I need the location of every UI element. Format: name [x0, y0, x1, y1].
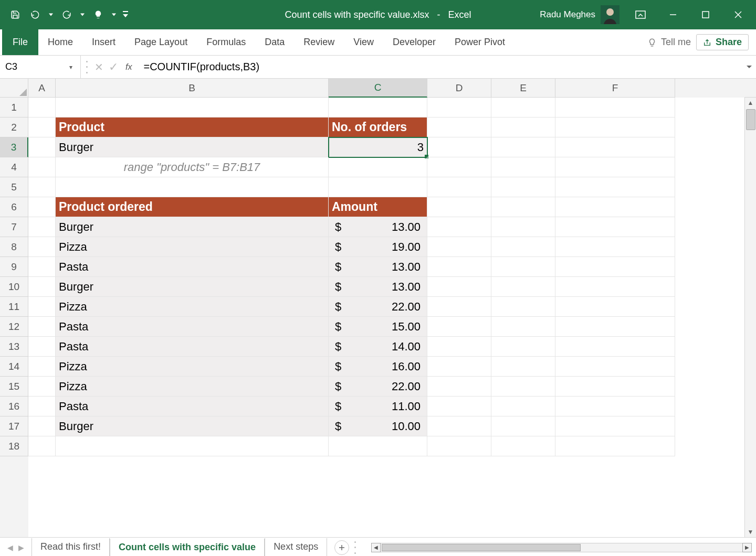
cell[interactable] [555, 177, 675, 197]
hscroll-track[interactable] [381, 543, 742, 552]
cell[interactable] [28, 157, 56, 177]
cell[interactable] [555, 257, 675, 277]
ribbon-display-icon[interactable] [629, 6, 652, 24]
cell[interactable] [28, 217, 56, 237]
user-account[interactable]: Radu Meghes [540, 5, 620, 24]
cell[interactable] [56, 177, 329, 197]
cell-product-ordered[interactable]: Burger [56, 277, 329, 297]
cell[interactable] [329, 436, 427, 456]
cell[interactable] [427, 98, 491, 117]
qat-dropdown-icon[interactable] [109, 6, 119, 24]
cell[interactable] [28, 197, 56, 217]
cell[interactable] [491, 297, 555, 317]
redo-icon[interactable] [58, 6, 76, 24]
sheet-nav[interactable]: ◀ ▶ [0, 543, 32, 552]
cell[interactable] [28, 257, 56, 277]
cell-amount[interactable]: $19.00 [329, 237, 427, 257]
save-icon[interactable] [6, 6, 24, 24]
cell[interactable] [555, 297, 675, 317]
cell[interactable] [491, 277, 555, 297]
col-header-B[interactable]: B [56, 79, 329, 98]
cell[interactable] [427, 397, 491, 416]
accept-formula-icon[interactable]: ✓ [109, 60, 118, 74]
cell[interactable] [555, 416, 675, 436]
cell[interactable] [427, 436, 491, 456]
tab-insert[interactable]: Insert [82, 29, 125, 55]
add-sheet-button[interactable] [334, 540, 349, 555]
cell[interactable] [28, 397, 56, 416]
horizontal-scrollbar[interactable]: ◀ ▶ [371, 543, 752, 552]
select-all-corner[interactable] [0, 79, 28, 98]
cell-product-ordered[interactable]: Burger [56, 217, 329, 237]
qat-customize-icon[interactable] [121, 6, 130, 24]
hscroll-thumb[interactable] [382, 544, 581, 551]
tab-file[interactable]: File [2, 29, 38, 55]
close-icon[interactable] [727, 6, 750, 24]
fx-icon[interactable]: fx [123, 62, 134, 72]
cell[interactable] [427, 137, 491, 157]
cell-product-ordered[interactable]: Pasta [56, 337, 329, 357]
cell[interactable] [28, 177, 56, 197]
cell-product[interactable]: Burger [56, 137, 329, 157]
cell[interactable] [427, 157, 491, 177]
name-box-input[interactable] [0, 56, 69, 78]
minimize-icon[interactable] [662, 6, 685, 24]
row-header-17[interactable]: 17 [0, 416, 28, 436]
cell-product-ordered[interactable]: Pizza [56, 237, 329, 257]
undo-dropdown-icon[interactable] [46, 6, 56, 24]
row-header-7[interactable]: 7 [0, 217, 28, 237]
cell-amount[interactable]: $13.00 [329, 277, 427, 297]
tab-power-pivot[interactable]: Power Pivot [445, 29, 514, 55]
maximize-icon[interactable] [694, 6, 717, 24]
name-box-dropdown-icon[interactable]: ▾ [69, 63, 80, 71]
vscroll-thumb[interactable] [746, 109, 755, 130]
header-amount[interactable]: Amount [329, 197, 427, 217]
cell[interactable] [491, 436, 555, 456]
lightbulb-icon[interactable] [89, 6, 107, 24]
expand-formula-bar-icon[interactable] [742, 64, 756, 70]
redo-dropdown-icon[interactable] [78, 6, 87, 24]
cell[interactable] [491, 317, 555, 337]
tab-home[interactable]: Home [38, 29, 82, 55]
cell[interactable] [555, 237, 675, 257]
cell[interactable] [427, 297, 491, 317]
col-header-E[interactable]: E [491, 79, 555, 98]
cell-amount[interactable]: $13.00 [329, 217, 427, 237]
cell[interactable] [28, 377, 56, 397]
formula-input[interactable] [139, 61, 742, 73]
cells-area[interactable]: ProductNo. of ordersBurger3range "produc… [28, 98, 744, 537]
cell[interactable] [491, 217, 555, 237]
range-note[interactable]: range "products" = B7:B17 [56, 157, 329, 177]
row-header-14[interactable]: 14 [0, 357, 28, 377]
cell[interactable] [28, 357, 56, 377]
cell[interactable] [555, 277, 675, 297]
header-product[interactable]: Product [56, 117, 329, 137]
row-header-18[interactable]: 18 [0, 436, 28, 456]
sheet-tab[interactable]: Read this first! [32, 538, 110, 557]
cell[interactable] [427, 237, 491, 257]
cancel-formula-icon[interactable]: ✕ [94, 61, 103, 73]
row-header-15[interactable]: 15 [0, 377, 28, 397]
header-product-ordered[interactable]: Product ordered [56, 197, 329, 217]
cell[interactable] [555, 137, 675, 157]
cell[interactable] [555, 397, 675, 416]
row-header-2[interactable]: 2 [0, 117, 28, 137]
cell[interactable] [427, 357, 491, 377]
cell[interactable] [427, 277, 491, 297]
cell[interactable] [28, 237, 56, 257]
cell[interactable] [427, 117, 491, 137]
cell-product-ordered[interactable]: Pizza [56, 297, 329, 317]
scroll-up-icon[interactable]: ▲ [748, 98, 754, 108]
col-header-A[interactable]: A [28, 79, 56, 98]
cell[interactable] [427, 416, 491, 436]
row-header-11[interactable]: 11 [0, 297, 28, 317]
cell-amount[interactable]: $13.00 [329, 257, 427, 277]
cell[interactable] [427, 177, 491, 197]
cell-amount[interactable]: $22.00 [329, 377, 427, 397]
cell[interactable] [491, 397, 555, 416]
cell[interactable] [555, 377, 675, 397]
header-orders[interactable]: No. of orders [329, 117, 427, 137]
sheet-tab[interactable]: Next steps [265, 538, 327, 557]
cell[interactable] [28, 277, 56, 297]
cell[interactable] [491, 157, 555, 177]
